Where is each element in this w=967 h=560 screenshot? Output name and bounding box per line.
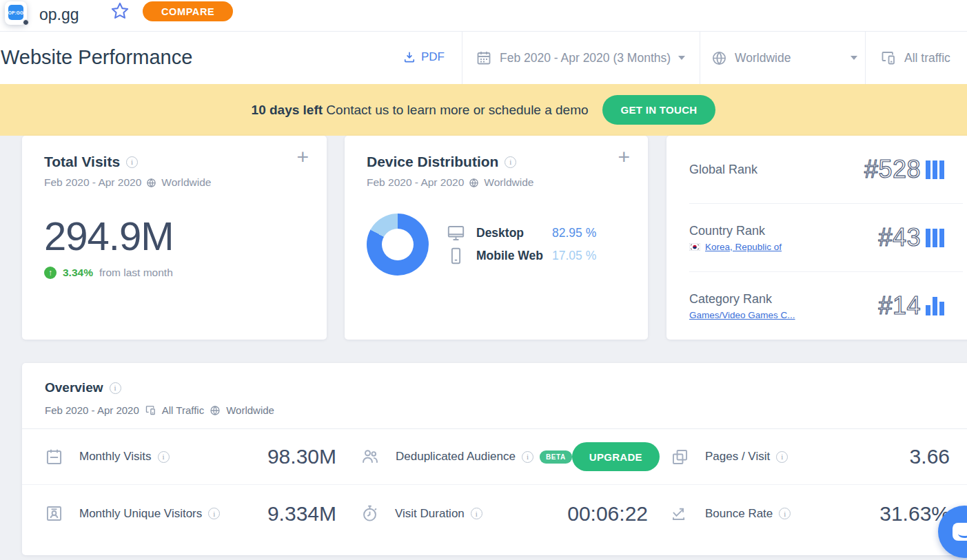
legend-item-mobile: Mobile Web 17.05 % [447, 247, 596, 265]
stopwatch-icon [360, 504, 379, 523]
metric-value: 00:06:22 [482, 502, 648, 526]
total-visits-card: Total Visits i + Feb 2020 - Apr 2020 Wor… [22, 136, 327, 340]
metric-value: 3.66 [788, 445, 950, 468]
metric-label: Deduplicated Audience [396, 450, 516, 464]
metric-label: Bounce Rate [705, 507, 773, 521]
legend-item-desktop: Desktop 82.95 % [447, 224, 596, 242]
country-rank-value: #43 [878, 223, 921, 252]
divider [462, 32, 462, 84]
overview-period: Feb 2020 - Apr 2020 [45, 404, 139, 416]
info-icon[interactable]: i [471, 508, 482, 519]
bounce-icon [671, 504, 689, 523]
info-icon[interactable]: i [505, 156, 516, 168]
region-value: Worldwide [735, 51, 791, 65]
desktop-value: 82.95 % [552, 226, 596, 240]
divider [865, 32, 866, 84]
global-rank-row: Global Rank #528 [666, 136, 967, 203]
rank-bars-icon [926, 297, 944, 315]
global-rank-label: Global Rank [689, 163, 757, 177]
total-visits-period: Feb 2020 - Apr 2020 [44, 176, 141, 189]
device-donut-chart [367, 214, 429, 276]
site-name: op.gg [39, 6, 79, 24]
globe-icon [146, 178, 156, 188]
change-label: from last month [99, 267, 173, 279]
country-rank-row: Country Rank Korea, Republic of #43 [666, 204, 967, 271]
rank-card: Global Rank #528 Country Rank Korea, Rep… [666, 136, 967, 340]
metric-value: 9.334M [220, 502, 336, 526]
total-visits-region: Worldwide [161, 176, 211, 189]
country-rank-link[interactable]: Korea, Republic of [705, 242, 782, 252]
metric-label: Visit Duration [395, 507, 465, 521]
change-percent: 3.34% [63, 267, 93, 279]
add-to-compare-button[interactable]: + [618, 147, 630, 167]
favorite-star-icon[interactable] [110, 1, 130, 21]
desktop-icon [447, 224, 465, 242]
info-icon[interactable]: i [126, 156, 138, 168]
mobile-icon [447, 247, 465, 265]
globe-icon [711, 50, 727, 66]
chat-bubble-icon [953, 523, 967, 541]
metric-pages-per-visit: Pages / Visit i 3.66 [648, 429, 967, 484]
info-icon[interactable]: i [522, 451, 533, 463]
metric-visit-duration: Visit Duration i 00:06:22 [338, 484, 648, 542]
date-range-selector[interactable]: Feb 2020 - Apr 2020 (3 Months) [476, 32, 685, 84]
metric-monthly-unique-visitors: Monthly Unique Visitors i 9.334M [22, 484, 338, 542]
pdf-label: PDF [421, 50, 445, 64]
device-period: Feb 2020 - Apr 2020 [367, 176, 464, 189]
devices-icon [880, 50, 897, 66]
info-icon[interactable]: i [779, 508, 791, 519]
globe-icon [469, 178, 479, 188]
overview-card: Overview i Feb 2020 - Apr 2020 All Traff… [22, 363, 967, 555]
banner-text: 10 days left Contact us to learn more or… [252, 103, 589, 118]
total-visits-value: 294.9M [44, 216, 305, 256]
days-left-text: 10 days left [252, 103, 323, 117]
trial-banner: 10 days left Contact us to learn more or… [0, 84, 967, 136]
category-rank-label: Category Rank [689, 292, 795, 307]
site-favicon: OP:GG [5, 1, 27, 25]
banner-message: Contact us to learn more or schedule a d… [323, 103, 588, 117]
category-rank-link[interactable]: Games/Video Games C... [689, 310, 795, 320]
metric-deduplicated-audience: Deduplicated Audience i BETA UPGRADE [338, 429, 648, 484]
chevron-down-icon [678, 56, 685, 60]
get-in-touch-button[interactable]: GET IN TOUCH [602, 95, 716, 125]
rank-bars-icon [926, 160, 944, 179]
category-rank-row: Category Rank Games/Video Games C... #14 [666, 272, 967, 340]
add-to-compare-button[interactable]: + [296, 147, 309, 167]
traffic-selector[interactable]: All traffic [880, 32, 950, 84]
device-legend: Desktop 82.95 % Mobile Web 17.05 % [447, 220, 596, 269]
device-distribution-title: Device Distribution [367, 154, 498, 170]
metric-value: 98.30M [170, 445, 336, 468]
overview-traffic: All Traffic [162, 404, 204, 416]
pdf-download-button[interactable]: PDF [403, 50, 445, 64]
metric-value: 31.63% [791, 502, 950, 526]
metric-bounce-rate: Bounce Rate i 31.63% [648, 484, 967, 542]
compare-button[interactable]: COMPARE [143, 1, 233, 21]
korea-flag-icon [689, 243, 700, 251]
divider [700, 32, 700, 84]
desktop-label: Desktop [476, 226, 552, 240]
up-arrow-icon: ↑ [44, 267, 57, 279]
page-title: Website Performance [1, 46, 192, 69]
overview-region: Worldwide [226, 404, 274, 416]
devices-icon [145, 404, 156, 416]
chevron-down-icon [851, 56, 857, 60]
upgrade-button[interactable]: UPGRADE [572, 442, 660, 471]
region-selector[interactable]: Worldwide [711, 32, 857, 84]
status-dot [23, 19, 29, 25]
download-icon [403, 50, 416, 64]
calendar-icon [45, 448, 63, 466]
date-range-value: Feb 2020 - Apr 2020 (3 Months) [500, 51, 671, 65]
traffic-value: All traffic [904, 51, 950, 65]
info-icon[interactable]: i [208, 508, 220, 519]
global-rank-value: #528 [864, 155, 921, 184]
info-icon[interactable]: i [776, 451, 788, 463]
unique-visitor-icon [45, 504, 63, 523]
info-icon[interactable]: i [110, 382, 121, 394]
device-region: Worldwide [484, 176, 533, 189]
top-bar: OP:GG op.gg COMPARE [0, 0, 967, 32]
info-icon[interactable]: i [158, 451, 170, 463]
total-visits-title: Total Visits [44, 154, 120, 170]
pages-icon [671, 448, 689, 466]
overview-title: Overview [45, 380, 103, 395]
mobile-label: Mobile Web [476, 249, 552, 263]
